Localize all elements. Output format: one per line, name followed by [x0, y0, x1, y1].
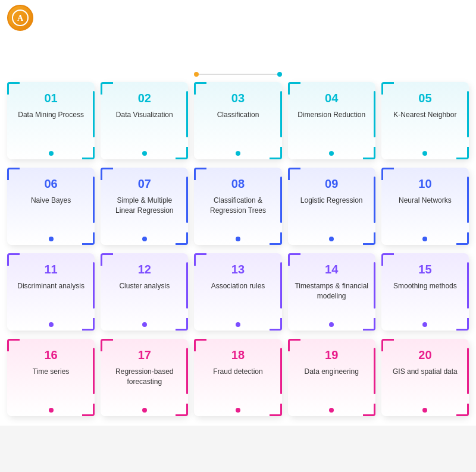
card-label-13: Association rules [211, 281, 265, 291]
card-dot-13 [236, 322, 240, 327]
card-number-08: 08 [231, 177, 245, 191]
card-16: 16Time series [7, 339, 95, 416]
card-label-19: Data engineering [304, 367, 358, 377]
card-20: 20GIS and spatial data [381, 339, 469, 416]
card-13: 13Association rules [194, 253, 281, 331]
card-bar-20 [467, 348, 469, 394]
card-dot-10 [422, 237, 427, 241]
card-label-20: GIS and spatial data [393, 367, 458, 377]
card-12: 12Cluster analysis [101, 253, 188, 331]
card-label-07: Simple & Multiple Linear Regression [107, 196, 182, 216]
card-dot-15 [422, 322, 427, 327]
card-label-11: Discriminant analysis [17, 281, 84, 291]
card-label-17: Regression-based forecasting [107, 367, 182, 387]
card-label-16: Time series [33, 367, 70, 377]
card-number-07: 07 [138, 177, 151, 191]
card-bar-19 [374, 348, 375, 394]
logo: A [7, 5, 37, 31]
card-bar-02 [186, 91, 188, 137]
card-number-16: 16 [44, 348, 57, 362]
card-dot-03 [236, 151, 240, 156]
card-bar-14 [374, 262, 375, 309]
card-dot-07 [142, 237, 147, 241]
card-dot-17 [142, 408, 147, 413]
card-dot-20 [422, 408, 427, 413]
page-title [0, 46, 476, 67]
card-dot-06 [49, 237, 54, 241]
card-06: 06Naive Bayes [7, 168, 95, 245]
card-bar-11 [93, 262, 95, 309]
card-03: 03Classification [194, 82, 281, 159]
card-dot-16 [49, 408, 54, 413]
card-bar-08 [280, 177, 282, 223]
card-bar-07 [186, 177, 188, 223]
card-dot-11 [49, 322, 54, 327]
card-number-04: 04 [325, 92, 338, 105]
card-dot-01 [49, 151, 54, 156]
card-number-18: 18 [231, 348, 245, 362]
card-label-15: Smoothing methods [393, 281, 457, 291]
card-number-05: 05 [418, 92, 431, 105]
card-bar-18 [280, 348, 282, 394]
card-number-20: 20 [418, 348, 431, 362]
card-number-06: 06 [44, 177, 57, 191]
card-number-11: 11 [44, 263, 57, 276]
row-1: 01Data Mining Process02Data Visualizatio… [7, 82, 469, 159]
card-bar-16 [93, 348, 95, 394]
card-number-09: 09 [325, 177, 338, 191]
card-dot-14 [329, 322, 334, 327]
card-19: 19Data engineering [288, 339, 375, 416]
card-label-05: K-Nearest Neighbor [393, 110, 456, 120]
card-dot-09 [329, 237, 334, 241]
card-number-10: 10 [418, 177, 431, 191]
card-bar-03 [280, 91, 282, 137]
card-number-17: 17 [138, 348, 151, 362]
logo-circle: A [7, 5, 33, 31]
card-label-03: Classification [217, 110, 259, 120]
card-dot-02 [142, 151, 147, 156]
card-07: 07Simple & Multiple Linear Regression [101, 168, 188, 245]
card-label-14: Timestamps & financial modeling [294, 281, 369, 301]
svg-text:A: A [17, 14, 24, 23]
card-number-12: 12 [138, 263, 151, 276]
header: A [0, 0, 476, 36]
grid-section: 01Data Mining Process02Data Visualizatio… [0, 82, 476, 426]
card-bar-10 [467, 177, 469, 223]
card-number-14: 14 [325, 263, 338, 276]
card-bar-01 [93, 91, 95, 137]
card-number-13: 13 [231, 263, 245, 276]
card-bar-13 [280, 262, 282, 309]
card-bar-17 [186, 348, 188, 394]
card-dot-12 [142, 322, 147, 327]
card-label-09: Logistic Regression [300, 196, 363, 206]
card-label-12: Cluster analysis [119, 281, 170, 291]
card-15: 15Smoothing methods [381, 253, 469, 331]
card-09: 09Logistic Regression [288, 168, 375, 245]
svg-point-2 [194, 72, 199, 77]
card-label-06: Naive Bayes [31, 196, 71, 206]
card-dot-08 [236, 237, 240, 241]
card-dot-05 [422, 151, 427, 156]
card-18: 18Fraud detection [194, 339, 281, 416]
card-label-10: Neural Networks [399, 196, 452, 206]
card-01: 01Data Mining Process [7, 82, 95, 159]
card-11: 11Discriminant analysis [7, 253, 95, 331]
card-label-08: Classification & Regression Trees [200, 196, 275, 216]
card-label-04: Dimension Reduction [298, 110, 365, 120]
card-bar-12 [186, 262, 188, 309]
card-02: 02Data Visualization [101, 82, 188, 159]
card-number-01: 01 [44, 92, 57, 105]
card-bar-06 [93, 177, 95, 223]
card-bar-15 [467, 262, 469, 309]
card-17: 17Regression-based forecasting [101, 339, 188, 416]
card-08: 08Classification & Regression Trees [194, 168, 281, 245]
card-number-19: 19 [325, 348, 338, 362]
card-10: 10Neural Networks [381, 168, 469, 245]
card-label-02: Data Visualization [116, 110, 173, 120]
row-2: 06Naive Bayes07Simple & Multiple Linear … [7, 168, 469, 245]
row-3: 11Discriminant analysis12Cluster analysi… [7, 253, 469, 331]
title-section [0, 36, 476, 82]
card-04: 04Dimension Reduction [288, 82, 375, 159]
row-4: 16Time series17Regression-based forecast… [7, 339, 469, 416]
card-05: 05K-Nearest Neighbor [381, 82, 469, 159]
